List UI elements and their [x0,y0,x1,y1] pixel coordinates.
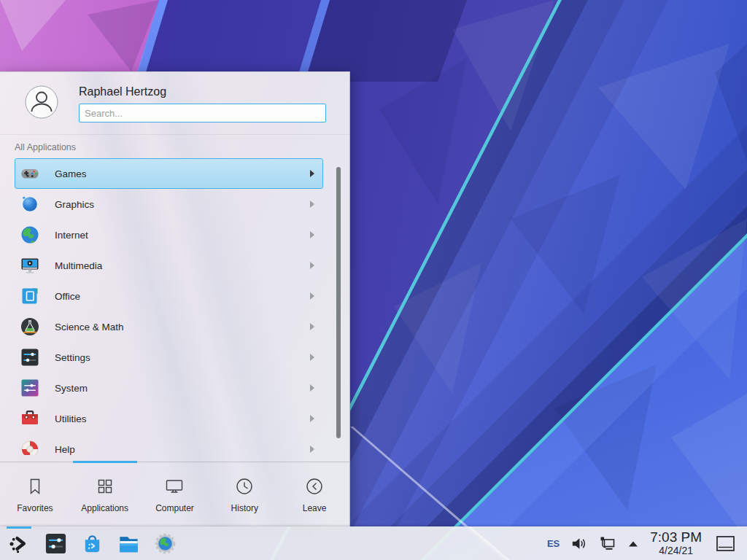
category-label: Utilities [55,413,87,424]
category-row-games[interactable]: Games [15,158,323,189]
user-name: Raphael Hertzog [79,85,326,98]
launcher-tab-bar: Favorites Applications Computer History [0,462,349,526]
submenu-arrow-icon [309,262,315,269]
monitor-icon [163,475,185,497]
category-row-help[interactable]: Help [15,434,323,455]
system-icon [20,378,40,398]
category-row-science-math[interactable]: Science & Math [15,311,323,342]
digital-clock[interactable]: 7:03 PM 4/24/21 [650,530,702,556]
discover-button[interactable] [77,526,107,560]
submenu-arrow-icon [309,446,315,453]
tab-computer[interactable]: Computer [140,462,210,526]
taskbar-apps [4,526,179,560]
science-icon [20,316,40,337]
clock-icon [233,475,255,497]
submenu-arrow-icon [309,354,315,361]
tab-favorites[interactable]: Favorites [0,462,70,526]
system-settings-button[interactable] [41,526,70,560]
system-settings-icon [44,532,68,556]
category-label: Multimedia [55,260,102,271]
discover-icon [80,532,104,556]
user-avatar-icon [25,85,58,122]
graphics-icon [20,194,40,214]
web-browser-button[interactable] [150,526,179,560]
submenu-arrow-icon [309,201,315,208]
leave-icon [303,475,325,497]
section-label: All Applications [15,142,349,152]
tab-history[interactable]: History [209,462,279,526]
tab-label: Applications [81,503,128,513]
category-label: Games [55,168,87,179]
category-row-internet[interactable]: Internet [15,219,323,250]
submenu-arrow-icon [309,170,315,177]
show-desktop-button[interactable] [716,535,735,552]
category-row-multimedia[interactable]: Multimedia [15,250,323,281]
volume-icon[interactable] [570,535,587,552]
desktop[interactable]: Raphael Hertzog All Applications [0,0,747,560]
submenu-arrow-icon [309,292,315,300]
application-launcher-icon [7,532,31,556]
clock-time: 7:03 PM [650,530,702,545]
category-row-graphics[interactable]: Graphics [15,189,323,219]
category-list: Games Graphics [0,157,349,455]
active-tab-indicator [73,461,137,463]
office-icon [20,286,40,306]
settings-icon [20,347,40,368]
tab-leave[interactable]: Leave [279,462,349,526]
multimedia-icon [20,255,40,276]
category-row-settings[interactable]: Settings [15,342,323,373]
tab-applications[interactable]: Applications [70,462,140,526]
utilities-icon [20,408,40,429]
category-row-office[interactable]: Office [15,281,323,311]
show-desktop-icon [716,535,735,552]
internet-icon [20,225,40,245]
category-row-utilities[interactable]: Utilities [15,403,323,434]
file-manager-icon [117,532,141,556]
category-label: Graphics [55,199,94,210]
launcher-header: Raphael Hertzog [0,72,349,135]
list-scrollbar[interactable] [336,167,341,438]
taskbar: ES 7:03 PM 4/24/21 [0,526,747,560]
category-label: Help [55,444,75,455]
submenu-arrow-icon [309,231,315,238]
tab-label: History [231,503,258,513]
expand-tray-caret-icon[interactable] [627,539,639,548]
category-label: Office [55,291,80,302]
network-icon[interactable] [598,534,616,553]
search-input[interactable] [79,104,326,122]
category-label: Internet [55,230,88,241]
submenu-arrow-icon [309,415,315,422]
submenu-arrow-icon [309,323,315,330]
category-label: System [55,383,88,394]
submenu-arrow-icon [309,384,315,392]
clock-date: 4/24/21 [650,545,702,556]
tab-label: Favorites [17,503,53,513]
tab-label: Computer [155,503,194,513]
system-tray: ES 7:03 PM 4/24/21 [547,530,741,556]
category-label: Settings [55,352,90,363]
application-launcher-menu: Raphael Hertzog All Applications [0,71,350,526]
games-icon [20,163,40,184]
bookmark-icon [24,475,46,497]
tab-label: Leave [303,503,327,513]
help-icon [20,439,40,455]
web-browser-icon [153,532,177,556]
category-row-system[interactable]: System [15,373,323,403]
application-launcher-button[interactable] [4,526,34,560]
grid-icon [94,475,116,497]
keyboard-layout-indicator[interactable]: ES [547,538,560,549]
category-label: Science & Math [55,322,124,332]
file-manager-button[interactable] [114,526,143,560]
